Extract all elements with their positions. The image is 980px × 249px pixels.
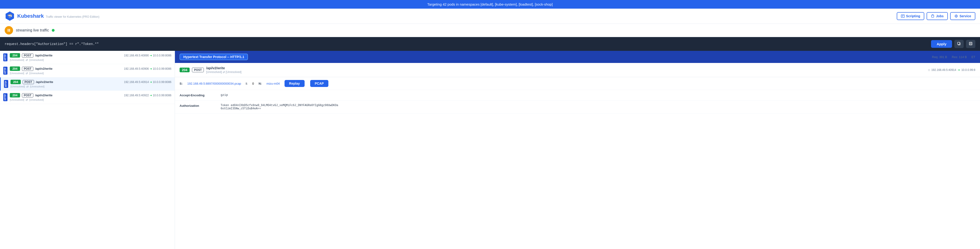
entry-method: POST [192,68,204,72]
svg-rect-15 [958,42,960,44]
filter-code[interactable]: request.headers["Authorization"] == r".*… [5,42,929,46]
src-resolve: [Unresolved] [11,85,25,88]
svg-point-6 [956,15,957,17]
header-name-auth: Authorization [180,104,217,108]
detail-panel: Hypertext Transfer Protocol -- HTTP/1.1 … [175,51,980,249]
i-label: I: [246,82,248,85]
svg-rect-12 [8,29,9,32]
detail-entry: 204 POST /api/v2/write [Unresolved] ⇄ [U… [175,63,980,77]
dst-resolve: [Unresolved] [30,85,45,88]
ip-route: 192.168.49.5:40922 ➜ 10.0.0.99:8086 [124,94,172,97]
protocol-badge: HTTP [4,80,8,88]
i-value: 0 [252,82,254,85]
svg-text:🦈: 🦈 [7,14,13,19]
protocol-badge: HTTP [3,67,8,75]
res-size: Res: 114 B [952,55,967,59]
traffic-item[interactable]: HTTP 204 POST /api/v2/write 192.168.49.5… [0,64,175,78]
main-content: HTTP 204 POST /api/v2/write 192.168.49.5… [0,51,980,249]
protocol-title: Hypertext Transfer Protocol -- HTTP/1.1 [180,54,248,60]
et-label: ET [971,55,975,59]
traffic-item[interactable]: HTTP 204 POST /api/v2/write 192.168.49.5… [0,91,175,104]
protocol-badge: HTTP [3,53,8,61]
traffic-item-selected[interactable]: HTTP 204 POST /api/v2/write 192.168.49.5… [0,78,175,91]
jobs-button[interactable]: Jobs [927,12,948,20]
method-badge: POST [22,53,33,57]
pcap-button[interactable]: PCAP [310,80,329,87]
ip-route: 192.168.49.5:40890 ➜ 10.0.0.99:8086 [124,54,172,57]
pause-button[interactable] [5,26,13,35]
jobs-icon [931,14,934,18]
banner-text: Targeting 42 pods in namespaces [default… [427,2,553,6]
traffic-item[interactable]: HTTP 204 POST /api/v2/write 192.168.49.5… [0,51,175,64]
detail-source-row: S: 192.168.49.5:8897/000000000034.pcap I… [175,77,980,90]
s-label: S: [180,82,183,85]
endpoint: /api/v2/write [36,80,53,84]
dst-resolve: [Unresolved] [29,59,44,61]
n-value: mizu-m04 [267,82,280,85]
svg-rect-18 [970,44,972,44]
service-icon [955,14,958,18]
src-resolve: [Unresolved] [10,98,24,101]
logo-area: 🦈 Kubeshark Traffic viewer for Kubernete… [5,11,99,21]
header-accept-encoding: Accept-Encoding gzip [175,90,980,100]
svg-rect-13 [10,29,10,32]
save-filter-button[interactable] [966,40,975,48]
dst-resolve: [Unresolved] [29,98,44,101]
header-value-auth: Token edO4nIXbD5cfx8nw9_94LMO4tvGJ_xeMQM… [221,104,338,110]
logo-icon: 🦈 [5,11,15,21]
toolbar: streaming live traffic [0,24,980,37]
service-button[interactable]: Service [950,12,975,20]
endpoint: /api/v2/write [35,94,52,97]
ip-route: 192.168.49.5:40906 ➜ 10.0.0.99:8086 [124,67,172,70]
svg-rect-5 [931,15,934,17]
entry-status: 204 [180,68,189,72]
detail-header: Hypertext Transfer Protocol -- HTTP/1.1 … [175,51,980,63]
req-res-sizes: Req: 391 B Res: 114 B ET [932,55,975,59]
status-badge: 204 [10,93,20,97]
status-badge: 204 [10,67,20,71]
header-value-accept: gzip [221,93,228,97]
app-subtitle: Traffic viewer for Kubernetes (PRO Editi… [46,15,99,18]
endpoint: /api/v2/write [35,67,52,70]
entry-resolve: [Unresolved] ⇄ [Unresolved] [206,70,241,74]
protocol-badge: HTTP [3,93,8,101]
entry-ip-route: □ 192.168.49.5:40914 ➜ 10.0.0.99:8 [928,68,975,71]
header-buttons: Scripting Jobs Service [897,12,975,20]
method-badge: POST [22,67,33,71]
save-icon [969,42,972,46]
entry-endpoint: /api/v2/write [206,66,241,70]
ip-route: 192.168.49.5:40914 ➜ 10.0.0.99:8086 [124,81,172,84]
filter-bar: request.headers["Authorization"] == r".*… [0,37,980,51]
method-badge: POST [22,93,33,97]
src-resolve: [Unresolved] [10,59,24,61]
method-badge: POST [22,80,34,84]
svg-rect-2 [901,15,904,17]
src-resolve: [Unresolved] [10,72,24,75]
targeting-banner: Targeting 42 pods in namespaces [default… [0,0,980,9]
app-header: 🦈 Kubeshark Traffic viewer for Kubernete… [0,9,980,24]
status-badge: 204 [11,80,21,84]
status-indicator [52,29,54,32]
app-name: Kubeshark [17,13,44,19]
status-badge: 204 [10,53,20,57]
scripting-icon [901,14,905,18]
traffic-list: HTTP 204 POST /api/v2/write 192.168.49.5… [0,51,175,249]
pause-icon [8,29,10,32]
copy-filter-button[interactable] [955,40,964,48]
header-authorization: Authorization Token edO4nIXbD5cfx8nw9_94… [175,100,980,114]
req-size: Req: 391 B [932,55,947,59]
copy-icon [957,42,961,46]
n-label: N: [259,82,262,85]
dst-resolve: [Unresolved] [29,72,44,75]
apply-button[interactable]: Apply [931,40,952,48]
replay-button[interactable]: Replay [285,80,305,87]
endpoint: /api/v2/write [35,54,52,57]
header-name-accept: Accept-Encoding [180,93,217,97]
scripting-button[interactable]: Scripting [897,12,924,20]
streaming-label: streaming live traffic [16,28,49,32]
pcap-link[interactable]: 192.168.49.5:8897/000000000034.pcap [187,82,241,85]
